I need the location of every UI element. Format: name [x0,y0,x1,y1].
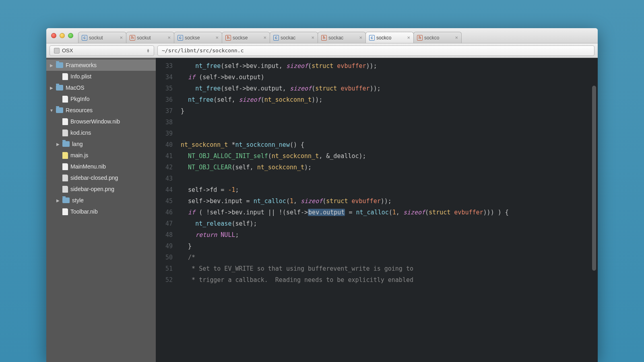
line-number: 48 [156,229,173,241]
folder-icon [62,197,70,203]
line-number: 41 [156,150,173,162]
tab-label: sockut [89,35,118,41]
code-line[interactable]: self->fd = -1; [181,184,594,195]
code-area[interactable]: nt_free(self->bev.input, sizeof(struct e… [178,58,598,362]
tree-label: style [72,197,84,204]
project-selector[interactable]: OSX ▲▼ [50,45,154,56]
c-file-icon: c [273,35,279,41]
stepper-icon[interactable]: ▲▼ [147,49,150,53]
line-number: 37 [156,105,173,117]
gutter: 3334353637383940414243444546474849505152 [156,58,178,362]
zoom-window-icon[interactable] [68,33,73,38]
h-file-icon: h [417,35,423,41]
line-number: 38 [156,117,173,128]
file-tree[interactable]: ▶FrameworksInfo.plist▶MacOSPkgInfo▼Resou… [46,58,156,362]
folder-item-lang[interactable]: ▶lang [46,138,156,150]
code-line[interactable]: nt_free(self->bev.input, sizeof(struct e… [181,60,594,72]
file-icon [62,96,68,103]
path-bar[interactable]: ~/src/libnt/src/sockconn.c [157,45,594,56]
code-editor[interactable]: 3334353637383940414243444546474849505152… [156,58,598,362]
tab-sockac-c[interactable]: csockac× [270,32,318,43]
image-file-icon [62,175,68,181]
code-line[interactable]: nt_release(self); [181,218,594,229]
close-icon[interactable]: × [263,35,266,41]
tab-label: sockco [424,35,453,41]
line-number: 43 [156,173,173,184]
file-icon [62,208,68,215]
close-icon[interactable]: × [167,35,171,41]
file-item-main-js[interactable]: main.js [46,150,156,161]
disk-icon [54,48,60,53]
scrollbar-thumb[interactable] [592,86,596,271]
file-item-mainmenu-nib[interactable]: MainMenu.nib [46,161,156,172]
close-icon[interactable]: × [359,35,362,41]
code-line[interactable] [181,128,594,139]
chevron-right-icon[interactable]: ▶ [50,86,54,90]
chevron-right-icon[interactable]: ▶ [56,142,60,146]
file-icon [62,118,68,125]
folder-item-frameworks[interactable]: ▶Frameworks [46,60,156,71]
code-line[interactable]: nt_free(self->bev.output, sizeof(struct … [181,83,594,94]
file-item-toolbar-nib[interactable]: Toolbar.nib [46,206,156,217]
close-window-icon[interactable] [51,33,56,38]
file-item-sidebar-open-png[interactable]: sidebar-open.png [46,183,156,195]
tab-sockut-h[interactable]: hsockut× [126,32,174,43]
tab-label: sockse [233,35,262,41]
file-item-kod-icns[interactable]: kod.icns [46,127,156,138]
tab-sockut-c[interactable]: csockut× [78,32,126,43]
code-line[interactable]: } [181,241,594,252]
folder-item-style[interactable]: ▶style [46,195,156,206]
folder-item-resources[interactable]: ▼Resources [46,105,156,116]
code-line[interactable]: self->bev.input = nt_calloc(1, sizeof(st… [181,195,594,207]
line-number: 39 [156,128,173,139]
tab-sockac-h[interactable]: hsockac× [318,32,366,43]
close-icon[interactable]: × [455,35,458,41]
tree-label: sidebar-open.png [70,186,114,192]
tab-label: sockco [376,35,405,41]
line-number: 46 [156,207,173,218]
tab-sockco-c[interactable]: csockco× [365,32,414,43]
code-line[interactable]: nt_sockconn_t *nt_sockconn_new() { [181,139,594,150]
code-line[interactable] [181,173,594,184]
scrollbar[interactable] [592,62,596,358]
chevron-down-icon[interactable]: ▼ [50,108,54,113]
code-line[interactable]: NT_OBJ_CLEAR(self, nt_sockconn_t); [181,162,594,173]
tab-label: sockut [137,35,166,41]
project-name: OSX [62,47,73,53]
line-number: 45 [156,195,173,207]
close-icon[interactable]: × [311,35,314,41]
tab-sockco-h[interactable]: hsockco× [413,32,462,43]
tree-label: Info.plist [70,73,91,80]
code-line[interactable]: /* [181,252,594,263]
file-item-info-plist[interactable]: Info.plist [46,71,156,82]
code-line[interactable]: return NULL; [181,229,594,241]
folder-item-macos[interactable]: ▶MacOS [46,82,156,93]
line-number: 42 [156,162,173,173]
tree-label: MainMenu.nib [70,163,106,170]
tab-sockse-h[interactable]: hsockse× [222,32,270,43]
file-item-pkginfo[interactable]: PkgInfo [46,93,156,105]
close-icon[interactable]: × [407,35,410,41]
code-line[interactable]: nt_free(self, sizeof(nt_sockconn_t)); [181,94,594,105]
body: ▶FrameworksInfo.plist▶MacOSPkgInfo▼Resou… [46,58,598,362]
minimize-window-icon[interactable] [60,33,65,38]
code-line[interactable]: if (self->bev.output) [181,72,594,83]
code-line[interactable]: * Set to EV_WRITE so that using bufferev… [181,263,594,274]
close-icon[interactable]: × [215,35,219,41]
chevron-right-icon[interactable]: ▶ [56,198,60,203]
code-line[interactable]: if ( !self->bev.input || !(self->bev.out… [181,207,594,218]
path-text: ~/src/libnt/src/sockconn.c [162,47,244,53]
tab-sockse-c[interactable]: csockse× [174,32,222,43]
close-icon[interactable]: × [120,35,123,41]
code-line[interactable] [181,117,594,128]
tab-label: sockac [281,35,310,41]
line-number: 47 [156,218,173,229]
file-item-browserwindow-nib[interactable]: BrowserWindow.nib [46,116,156,127]
line-number: 40 [156,139,173,150]
file-item-sidebar-closed-png[interactable]: sidebar-closed.png [46,172,156,183]
code-line[interactable]: NT_OBJ_ALLOC_INIT_self(nt_sockconn_t, &_… [181,150,594,162]
chevron-right-icon[interactable]: ▶ [50,63,54,68]
code-line[interactable]: * trigger a callback. Reading needs to b… [181,274,594,286]
tab-bar: csockut×hsockut×csockse×hsockse×csockac×… [78,28,593,43]
code-line[interactable]: } [181,105,594,117]
